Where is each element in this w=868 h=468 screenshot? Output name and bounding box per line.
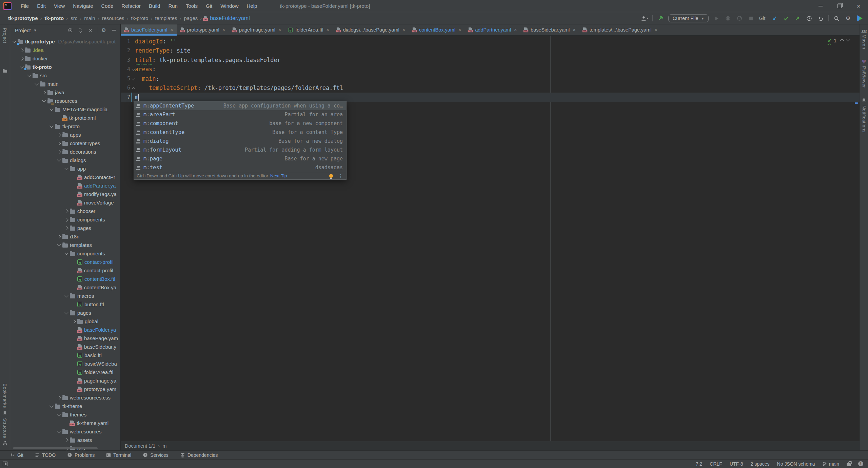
tree-item[interactable]: button.ftl	[10, 300, 120, 309]
tool-window-button-project[interactable]: Project	[2, 28, 7, 43]
completion-item[interactable]: m:appContentType Base app configuration …	[134, 101, 346, 110]
tree-item[interactable]: webresources.css	[10, 393, 120, 402]
inspections-widget[interactable]: ✔ 1	[828, 38, 849, 44]
fold-marker-icon[interactable]	[132, 83, 135, 93]
tree-chevron-icon[interactable]	[64, 251, 68, 255]
tree-chevron-icon[interactable]	[64, 218, 68, 221]
menu-item[interactable]: Edit	[33, 2, 50, 10]
tab-close-icon[interactable]: ×	[222, 27, 225, 33]
tree-chevron-icon[interactable]	[57, 412, 61, 416]
menu-item[interactable]: Run	[164, 2, 181, 10]
menu-item[interactable]: Navigate	[69, 2, 97, 10]
tree-item[interactable]: basic.ftl	[10, 351, 120, 359]
tool-window-button-terminal[interactable]: Terminal	[106, 452, 131, 458]
tree-chevron-icon[interactable]	[64, 310, 68, 314]
tool-window-button-psiviewer[interactable]: PsiViewer	[862, 66, 867, 88]
tree-chevron-icon[interactable]	[57, 158, 61, 161]
tree-item[interactable]: baseFolder.ya	[10, 326, 120, 334]
tree-item[interactable]: dialogs	[10, 156, 120, 164]
tree-item[interactable]: tk-prototype D:\java\workspace\tk-prot	[10, 37, 120, 46]
line-number[interactable]: 7	[121, 94, 131, 100]
menu-item[interactable]: Window	[217, 2, 242, 10]
menu-item[interactable]: Help	[243, 2, 261, 10]
tool-window-button-structure[interactable]: Structure	[2, 418, 7, 438]
next-issue-icon[interactable]	[846, 38, 850, 41]
breadcrumb-item[interactable]: pages	[183, 15, 202, 22]
tree-item[interactable]: basePage.yam	[10, 334, 120, 343]
tree-item[interactable]: tk-theme.yaml	[10, 419, 120, 427]
tree-chevron-icon[interactable]	[64, 438, 68, 442]
breadcrumb-item[interactable]: templates	[154, 15, 182, 22]
status-item[interactable]: 2 spaces	[751, 461, 770, 467]
tree-item[interactable]: macros	[10, 292, 120, 300]
tree-item[interactable]: i18n	[10, 232, 120, 241]
menu-item[interactable]: Build	[145, 2, 164, 10]
tab-close-icon[interactable]: ×	[402, 27, 405, 33]
tree-chevron-icon[interactable]	[57, 150, 61, 154]
menu-item[interactable]: Refactor	[118, 2, 144, 10]
notifications-bell-icon[interactable]	[862, 98, 866, 103]
stop-button[interactable]	[747, 15, 755, 22]
chevron-down-icon[interactable]: ▼	[34, 28, 37, 32]
completion-item[interactable]: m:test dsadsadas	[134, 163, 346, 172]
tree-chevron-icon[interactable]	[35, 81, 38, 85]
debug-button[interactable]	[724, 15, 732, 22]
editor-tab[interactable]: addPartner.yaml ×	[465, 24, 520, 35]
tree-item[interactable]: folderArea.ftl	[10, 368, 120, 376]
tree-chevron-icon[interactable]	[64, 226, 68, 230]
search-everywhere-icon[interactable]	[833, 15, 840, 22]
tab-close-icon[interactable]: ×	[326, 27, 329, 33]
completion-item[interactable]: m:formLayout Partial for adding a form l…	[134, 145, 346, 154]
tree-item[interactable]: decorations	[10, 148, 120, 156]
git-push-icon[interactable]	[794, 15, 801, 22]
tree-chevron-icon[interactable]	[50, 107, 53, 111]
notifications-indicator-icon[interactable]	[858, 461, 863, 466]
tree-item[interactable]: contentBox.ya	[10, 283, 120, 292]
code-editor[interactable]: 1dialogId: ''2renderType: site3titel: tk…	[121, 36, 860, 441]
editor-tab[interactable]: prototype.yaml ×	[177, 24, 229, 35]
breadcrumb-item[interactable]: tk-proto	[131, 15, 153, 22]
tree-item[interactable]: .idea	[10, 46, 120, 54]
tree-item[interactable]: tk-theme	[10, 402, 120, 410]
code-line[interactable]: 1dialogId: ''	[121, 37, 860, 46]
completion-item[interactable]: m:page Base for a new page	[134, 154, 346, 163]
tree-chevron-icon[interactable]	[42, 91, 46, 94]
tree-item[interactable]: addContactPr	[10, 173, 120, 181]
breadcrumb-item[interactable]: tk-proto	[44, 15, 69, 22]
tree-item[interactable]: assets	[10, 436, 120, 444]
tree-item[interactable]: basicWSideba	[10, 359, 120, 368]
tree-chevron-icon[interactable]	[57, 242, 61, 246]
editor-breadcrumb-item[interactable]: m	[162, 443, 166, 449]
tree-item[interactable]: tk-proto	[10, 63, 120, 71]
tree-chevron-icon[interactable]	[20, 48, 23, 52]
code-line[interactable]: 3titel: tk-proto.templates.pages.baseFol…	[121, 55, 860, 65]
psi-viewer-icon[interactable]: ψ	[862, 58, 866, 63]
line-number[interactable]: 2	[121, 47, 131, 54]
git-update-icon[interactable]	[771, 15, 778, 22]
fold-marker-icon[interactable]	[132, 74, 135, 83]
tree-item[interactable]: components	[10, 215, 120, 224]
tree-item[interactable]: apps	[10, 131, 120, 139]
status-item[interactable]: UTF-8	[730, 461, 743, 467]
fold-marker-icon[interactable]	[132, 65, 135, 74]
completion-item[interactable]: m:component base for a new component	[134, 119, 346, 128]
status-item[interactable]: No JSON schema	[777, 461, 815, 467]
tree-item[interactable]: tk-proto.xml	[10, 114, 120, 122]
restore-button[interactable]	[830, 0, 849, 12]
menu-item[interactable]: File	[17, 2, 33, 10]
breadcrumb-file[interactable]: baseFolder.yaml	[203, 15, 250, 21]
tree-chevron-icon[interactable]	[57, 235, 61, 238]
tree-item[interactable]: webresources	[10, 427, 120, 436]
tab-close-icon[interactable]: ×	[170, 27, 173, 33]
tree-chevron-icon[interactable]	[64, 293, 68, 297]
breadcrumb-item[interactable]: resources	[101, 15, 129, 22]
tree-chevron-icon[interactable]	[57, 133, 61, 137]
tool-window-button-git[interactable]: Git	[10, 452, 23, 458]
locate-file-icon[interactable]	[66, 26, 74, 34]
editor-tab[interactable]: folderArea.ftl ×	[284, 24, 332, 35]
editor-tab[interactable]: dialogs\...\basePage.yaml ×	[333, 24, 409, 35]
tree-chevron-icon[interactable]	[57, 396, 61, 399]
tree-chevron-icon[interactable]	[42, 98, 46, 102]
unlocked-padlock-icon[interactable]	[847, 463, 851, 466]
line-number[interactable]: 4	[121, 66, 131, 72]
